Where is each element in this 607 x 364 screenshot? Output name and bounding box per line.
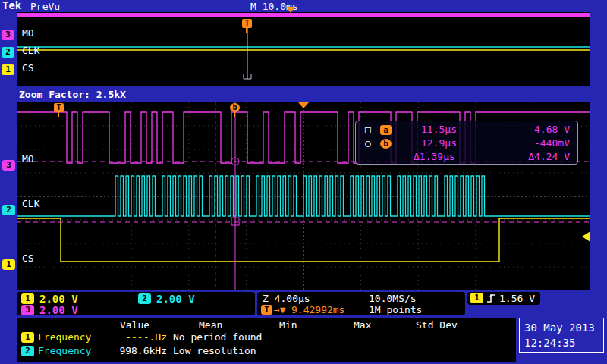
meas-header-mean: Mean xyxy=(199,319,222,331)
cursor-delta-value: Δ4.24 V xyxy=(489,150,570,164)
meas-header-min: Min xyxy=(279,319,297,331)
ch2-scale-readout: 2.00 V xyxy=(156,293,195,305)
status-ch3-badge[interactable]: 3 xyxy=(21,305,34,315)
overview-ch3-badge[interactable]: 3 xyxy=(2,30,14,40)
meas-header-value: Value xyxy=(120,319,149,331)
time-text: 12:24:35 xyxy=(524,337,575,349)
meas-header-max: Max xyxy=(354,319,371,331)
cursor-a-row: □ a 11.5µs -4.68 V xyxy=(365,123,570,136)
overview-ch2-badge[interactable]: 2 xyxy=(2,47,14,58)
status-ch1-badge[interactable]: 1 xyxy=(21,293,34,304)
trigger-badge[interactable]: T xyxy=(261,305,272,315)
meas-row1-mean: No period found xyxy=(173,331,262,343)
cursor-b-time: 12.9µs xyxy=(400,136,489,150)
meas-row2-name: Frequency xyxy=(38,345,91,356)
zoom-factor-readout: Zoom Factor: 2.5kX xyxy=(19,89,126,100)
trigger-slope-icon xyxy=(486,293,496,303)
zoom-window-trigger-flag[interactable]: T xyxy=(242,19,252,28)
ch1-scale-readout: 2.00 V xyxy=(39,293,78,305)
cursor-b-flag[interactable]: b xyxy=(230,103,240,112)
status-ch2-badge[interactable]: 2 xyxy=(138,293,151,304)
cursor-a-value: -4.68 V xyxy=(489,123,570,136)
meas-row2-value: 998.6kHz xyxy=(106,345,167,356)
acquisition-status: PreVu xyxy=(30,1,60,12)
trigger-position-readout: 9.42992ms xyxy=(291,304,344,315)
overview-ch2-label: CLK xyxy=(22,46,39,56)
trigger-time-flag[interactable]: T xyxy=(54,103,64,112)
cursor-delta-time: Δ1.39µs xyxy=(400,150,489,164)
date-text: 30 May 2013 xyxy=(524,322,595,334)
overview-ch1-badge[interactable]: 1 xyxy=(2,64,14,75)
overview-waveforms xyxy=(17,12,590,86)
ch3-scale-readout: 2.00 V xyxy=(39,304,78,316)
record-length-readout: 1M points xyxy=(369,304,422,315)
main-ch1-badge[interactable]: 1 xyxy=(2,259,15,270)
oscilloscope-screen: Tek PreVu M 10.0ms T 3 MO 2 CLK 1 CS Zoo… xyxy=(0,0,607,364)
trigger-arrow-icon: →▼ xyxy=(274,304,286,315)
cursor-a-shape-icon: □ xyxy=(365,123,380,136)
main-ch1-label: CS xyxy=(22,253,34,264)
cursor-a-time: 11.5µs xyxy=(400,123,489,136)
cursor-b-row: ○ b 12.9µs -440mV xyxy=(365,136,570,150)
overview-ch3-label: MO xyxy=(22,28,34,39)
meas-row1-badge: 1 xyxy=(21,332,34,343)
meas-row1-name: Frequency xyxy=(38,331,91,343)
datetime-box: 30 May 2013 12:24:35 xyxy=(519,318,604,353)
meas-row1-value: ----.Hz xyxy=(106,331,167,343)
trigger-position-icon[interactable] xyxy=(286,7,295,13)
cursor-b-shape-icon: ○ xyxy=(365,136,380,150)
main-ch2-badge[interactable]: 2 xyxy=(2,205,15,215)
cursor-b-badge[interactable]: b xyxy=(380,139,392,149)
meas-row2-badge: 2 xyxy=(21,346,34,356)
brand-logo: Tek xyxy=(2,0,21,11)
main-ch3-label: MO xyxy=(22,154,34,165)
cursor-a-badge[interactable]: a xyxy=(380,125,392,135)
main-ch3-badge[interactable]: 3 xyxy=(2,160,15,171)
overview-panel[interactable] xyxy=(17,12,590,86)
zoom-timebase-readout: Z 4.00µs xyxy=(263,293,310,304)
cursor-delta-row: Δ1.39µs Δ4.24 V xyxy=(365,150,570,164)
cursor-readout: □ a 11.5µs -4.68 V ○ b 12.9µs -440mV Δ1.… xyxy=(355,121,578,165)
trigger-source-badge[interactable]: 1 xyxy=(470,293,483,303)
meas-header-stddev: Std Dev xyxy=(416,319,458,331)
sample-rate-readout: 10.0MS/s xyxy=(369,293,417,304)
meas-row2-mean: Low resolution xyxy=(173,345,256,356)
main-ch2-label: CLK xyxy=(22,199,39,209)
overview-ch1-label: CS xyxy=(22,63,34,74)
cursor-b-value: -440mV xyxy=(489,136,570,150)
trigger-level-readout: 1.56 V xyxy=(499,293,535,304)
